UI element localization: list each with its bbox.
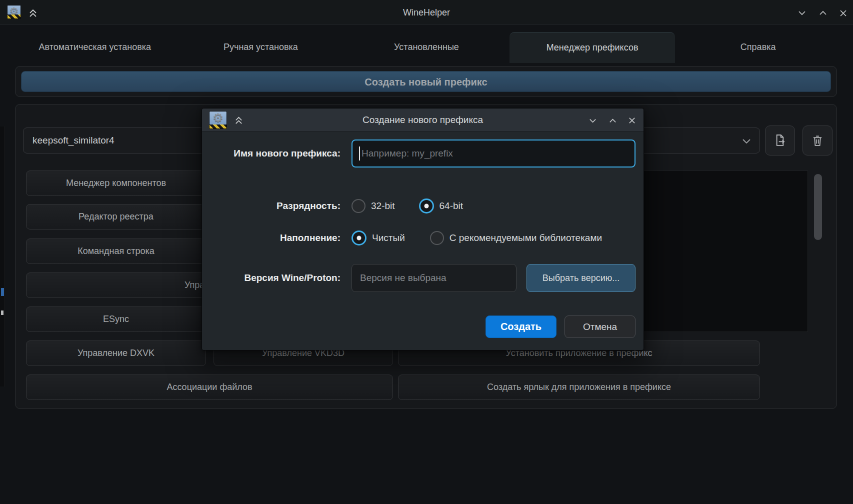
radio-32bit-label[interactable]: 32-bit: [371, 200, 395, 212]
dialog-create-button[interactable]: Создать: [486, 316, 556, 338]
prefix-name-input[interactable]: Например: my_prefix: [352, 140, 636, 168]
prefix-select-value: keepsoft_similator4: [32, 135, 114, 146]
dialog-maximize-button[interactable]: [607, 115, 618, 126]
radio-recommended-label[interactable]: С рекомендуемыми библиотеками: [450, 232, 602, 244]
radio-clean[interactable]: [352, 230, 366, 246]
chevron-down-icon: [588, 116, 597, 125]
tab-installed[interactable]: Установленные: [344, 32, 510, 63]
chevron-up-icon: [818, 8, 828, 18]
tab-manual-install[interactable]: Ручная установка: [178, 32, 344, 63]
close-icon: [628, 116, 636, 124]
registry-editor-button[interactable]: Редактор реестра: [26, 204, 206, 230]
dialog-titlebar: ⚙ Создание нового префикса: [202, 108, 644, 132]
radio-64bit-label[interactable]: 64-bit: [440, 200, 464, 212]
file-associations-button[interactable]: Ассоциации файлов: [26, 374, 393, 400]
window-minimize-button[interactable]: [796, 7, 808, 19]
prefix-name-label: Имя нового префикса:: [210, 140, 340, 168]
panel-scrollbar[interactable]: [814, 174, 822, 240]
dxvk-manage-button[interactable]: Управление DXVK: [26, 340, 206, 366]
esync-button[interactable]: ESync: [26, 306, 206, 332]
text-caret: [359, 146, 360, 160]
prefix-name-placeholder: Например: my_prefix: [362, 148, 453, 159]
background-window-sliver: [0, 126, 5, 386]
tab-auto-install[interactable]: Автоматическая установка: [12, 32, 178, 63]
chevron-up-icon: [608, 116, 617, 125]
export-prefix-button[interactable]: [765, 126, 795, 156]
tab-prefix-manager[interactable]: Менеджер префиксов: [510, 32, 676, 63]
window-title: WineHelper: [0, 0, 853, 25]
main-titlebar: ⚙ WineHelper: [0, 0, 853, 25]
window-maximize-button[interactable]: [817, 7, 829, 19]
radio-recommended[interactable]: [430, 231, 444, 245]
file-export-icon: [772, 133, 788, 148]
components-manager-button[interactable]: Менеджер компонентов: [26, 170, 206, 196]
dialog-minimize-button[interactable]: [587, 115, 598, 126]
background-text-fragment: [1, 310, 4, 315]
dialog-cancel-button[interactable]: Отмена: [564, 316, 636, 338]
radio-64bit[interactable]: [419, 198, 434, 214]
dialog-title: Создание нового префикса: [202, 108, 644, 132]
arch-radio-group: 32-bit 64-bit: [352, 200, 463, 212]
create-prefix-dialog: ⚙ Создание нового префикса Имя н: [202, 108, 644, 350]
tab-bar: Автоматическая установка Ручная установк…: [12, 32, 841, 63]
create-shortcut-button[interactable]: Создать ярлык для приложения в префиксе: [398, 374, 760, 400]
command-line-button[interactable]: Командная строка: [26, 238, 206, 264]
dialog-close-button[interactable]: [626, 115, 638, 126]
close-icon: [839, 9, 848, 18]
delete-prefix-button[interactable]: [802, 126, 832, 156]
chevron-down-icon: [798, 8, 806, 18]
choose-version-button[interactable]: Выбрать версию...: [526, 264, 636, 292]
chevron-down-icon: [742, 139, 750, 144]
arch-label: Разрядность:: [210, 200, 340, 212]
background-selection-fragment: [1, 288, 4, 296]
fill-radio-group: Чистый С рекомендуемыми библиотеками: [352, 232, 602, 244]
version-label: Версия Wine/Proton:: [210, 264, 340, 292]
radio-32bit[interactable]: [352, 199, 366, 213]
trash-icon: [810, 133, 825, 148]
create-new-prefix-button[interactable]: Создать новый префикс: [21, 71, 831, 92]
version-field[interactable]: Версия не выбрана: [352, 264, 516, 292]
fill-label: Наполнение:: [210, 232, 340, 244]
window-close-button[interactable]: [837, 7, 849, 19]
radio-clean-label[interactable]: Чистый: [372, 232, 405, 244]
tab-help[interactable]: Справка: [675, 32, 841, 63]
